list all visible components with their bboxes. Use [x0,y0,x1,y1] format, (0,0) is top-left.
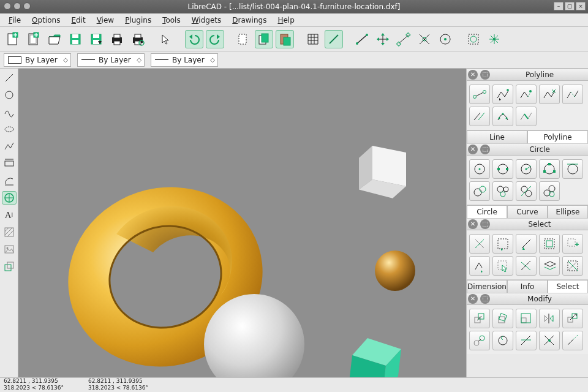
modify-rotate-icon[interactable] [492,309,513,328]
line-tool-icon[interactable] [2,71,17,85]
zoom-selection-button[interactable] [464,30,483,48]
measure-button[interactable] [353,30,371,48]
circle-3p-icon[interactable] [539,159,560,179]
open-button[interactable] [45,30,64,48]
new-template-button[interactable] [24,30,43,48]
tab-curve[interactable]: Curve [507,205,548,218]
lineweight-combo[interactable]: By Layer [151,53,218,67]
circle-2p-rad-icon[interactable] [516,159,537,179]
snap-end-button[interactable] [394,30,413,48]
circle-tan2-icon[interactable] [469,181,490,201]
polyline-del-between-icon[interactable] [562,85,583,104]
copy-button[interactable] [255,30,273,48]
tab-info[interactable]: Info [507,280,548,293]
modify-extend-icon[interactable] [562,331,583,350]
polyline-del-node-icon[interactable] [539,85,560,104]
panel-close-icon[interactable]: ✕ [468,294,478,304]
offset-tool-icon[interactable] [2,191,17,205]
text-tool-icon[interactable]: AI [2,208,17,222]
panel-undock-icon[interactable]: ⬚ [480,294,490,304]
circle-tool-icon[interactable] [2,88,17,102]
window-dot[interactable] [23,2,31,10]
menu-plugins[interactable]: Plugins [120,15,156,26]
polyline-append-icon[interactable] [516,85,537,104]
image-tool-icon[interactable] [2,243,17,256]
paste-button[interactable] [276,30,294,48]
select-single-icon[interactable] [516,234,537,254]
select-invert-icon[interactable] [562,256,583,276]
cursor-button[interactable] [157,30,175,48]
arc-tool-icon[interactable] [2,174,17,187]
polyline-draw-icon[interactable] [469,85,490,104]
select-contour-icon[interactable] [469,256,490,276]
color-combo[interactable]: By Layer [4,53,71,67]
tab-polyline[interactable]: Polyline [527,130,588,143]
select-window-icon[interactable] [539,234,560,254]
draft-button[interactable] [325,30,343,48]
select-layer-icon[interactable] [539,256,560,276]
tab-circle[interactable]: Circle [467,205,507,218]
panel-undock-icon[interactable]: ⬚ [480,219,490,229]
deselect-all-icon[interactable] [469,234,490,254]
tab-select[interactable]: Select [548,280,588,293]
polyline-equi-icon[interactable] [492,107,513,126]
panel-close-icon[interactable]: ✕ [468,219,478,229]
new-button[interactable] [4,30,22,48]
panel-undock-icon[interactable]: ⬚ [480,70,490,80]
hatch-tool-icon[interactable] [2,225,17,239]
polyline-tool-icon[interactable] [2,140,17,153]
grid-button[interactable] [304,30,322,48]
polyline-trim-icon[interactable] [469,107,490,126]
window-dot[interactable] [4,2,11,10]
modify-trim2-icon[interactable] [539,331,560,350]
circle-2p-icon[interactable] [492,159,513,179]
panel-close-icon[interactable]: ✕ [468,145,478,154]
snap-all-button[interactable] [485,30,503,48]
print-preview-button[interactable] [129,30,147,48]
tab-ellipse[interactable]: Ellipse [548,205,588,218]
maximize-button[interactable]: ▢ [565,2,575,10]
drawing-canvas[interactable] [18,69,466,377]
save-button[interactable] [66,30,85,48]
close-button[interactable]: × [576,2,586,10]
redo-button[interactable] [206,30,224,48]
block-tool-icon[interactable] [2,260,17,273]
circle-tan3-icon[interactable] [492,181,513,201]
panel-close-icon[interactable]: ✕ [468,70,478,80]
modify-rotate2-icon[interactable] [469,331,490,350]
tab-dimension[interactable]: Dimension [467,280,507,293]
print-button[interactable] [108,30,126,48]
circle-inscribe-icon[interactable] [539,181,560,201]
menu-view[interactable]: View [92,15,119,26]
undo-button[interactable] [185,30,203,48]
move-button[interactable] [374,30,392,48]
select-all-icon[interactable] [492,234,513,254]
panel-undock-icon[interactable]: ⬚ [480,145,490,154]
modify-mirror-icon[interactable] [539,309,560,328]
modify-move-icon[interactable] [469,309,490,328]
tab-line[interactable]: Line [467,130,527,143]
select-cursor-icon[interactable] [492,256,513,276]
menu-edit[interactable]: Edit [66,15,90,26]
minimize-button[interactable]: – [554,2,564,10]
freehand-tool-icon[interactable] [2,105,17,119]
polyline-add-node-icon[interactable] [492,85,513,104]
save-as-button[interactable] [87,30,105,48]
snap-center-button[interactable] [436,30,454,48]
menu-file[interactable]: File [4,15,26,26]
modify-revert-icon[interactable] [492,331,513,350]
circle-ttr-icon[interactable] [516,181,537,201]
rect-tool-icon[interactable] [2,157,17,170]
modify-movecopy-icon[interactable] [562,309,583,328]
cut-button[interactable] [234,30,252,48]
snap-intersection-button[interactable] [415,30,434,48]
select-add-icon[interactable] [562,234,583,254]
polyline-segment-icon[interactable] [516,107,537,126]
window-dot[interactable] [13,2,21,10]
modify-trim-icon[interactable] [516,331,537,350]
modify-scale-icon[interactable] [516,309,537,328]
select-intersect-icon[interactable] [516,256,537,276]
circle-center-icon[interactable] [469,159,490,179]
menu-tools[interactable]: Tools [157,15,186,26]
menu-widgets[interactable]: Widgets [187,15,227,26]
